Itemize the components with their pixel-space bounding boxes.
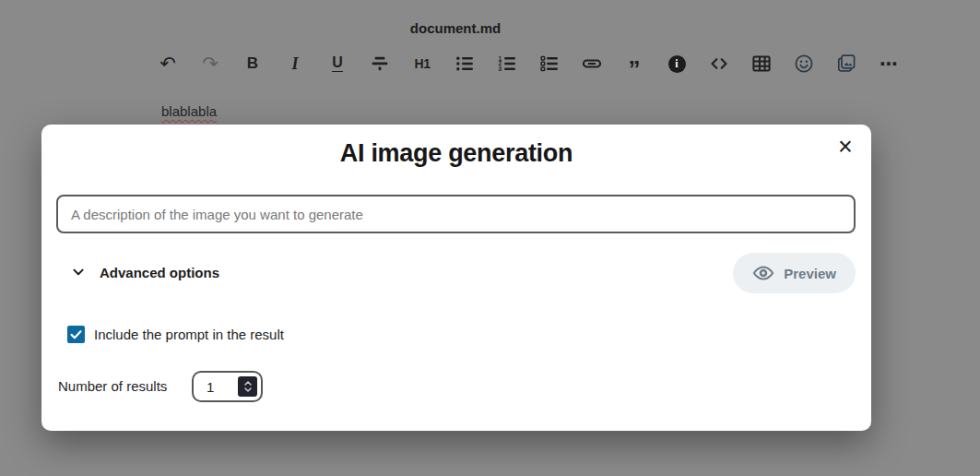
undo-button[interactable]: ↶ <box>155 51 181 77</box>
task-list-button[interactable] <box>537 51 562 77</box>
unordered-list-icon <box>454 53 476 75</box>
include-prompt-label: Include the prompt in the result <box>94 327 284 342</box>
redo-button[interactable]: ↷ <box>197 51 223 77</box>
italic-button[interactable]: I <box>282 51 308 77</box>
number-stepper[interactable] <box>238 376 257 397</box>
code-icon <box>708 53 730 75</box>
more-button[interactable]: ⋯ <box>876 51 902 77</box>
editor-toolbar: ↶ ↷ B I U H1 1 2 3 <box>155 51 902 77</box>
heading-1-button[interactable]: H1 <box>409 51 435 77</box>
prompt-input[interactable] <box>56 195 856 233</box>
document-filename: document.md <box>0 20 911 36</box>
include-prompt-checkbox[interactable] <box>67 326 85 343</box>
bold-icon: B <box>247 54 258 73</box>
task-list-icon <box>538 53 561 75</box>
code-button[interactable] <box>706 51 732 77</box>
link-button[interactable] <box>579 51 605 77</box>
strikethrough-button[interactable] <box>367 51 393 77</box>
link-icon <box>581 53 603 75</box>
preview-button[interactable]: Preview <box>733 253 856 293</box>
bold-button[interactable]: B <box>240 51 266 77</box>
chevron-down-icon <box>71 265 86 280</box>
blockquote-button[interactable]: ” <box>621 51 647 77</box>
insert-image-button[interactable] <box>833 51 859 77</box>
image-icon <box>835 53 857 75</box>
preview-button-label: Preview <box>784 266 836 281</box>
emoji-icon <box>793 53 815 75</box>
ordered-list-button[interactable]: 1 2 3 <box>494 51 520 77</box>
editor-content[interactable]: blablabla <box>161 103 217 119</box>
more-icon: ⋯ <box>880 53 898 75</box>
ai-image-generation-modal: × AI image generation Advanced options P… <box>41 125 871 431</box>
modal-title: AI image generation <box>41 139 871 168</box>
advanced-options-label: Advanced options <box>100 265 219 280</box>
include-prompt-row[interactable]: Include the prompt in the result <box>67 326 284 343</box>
redo-icon: ↷ <box>202 54 218 74</box>
underline-button[interactable]: U <box>325 51 350 77</box>
ordered-list-icon: 1 2 3 <box>496 53 518 75</box>
check-icon <box>67 326 85 343</box>
advanced-options-toggle[interactable]: Advanced options <box>71 260 219 284</box>
italic-icon: I <box>291 54 298 74</box>
table-icon <box>750 53 773 75</box>
strikethrough-icon <box>369 53 391 75</box>
unordered-list-button[interactable] <box>452 51 478 77</box>
stepper-arrows-icon <box>242 378 254 395</box>
underline-icon: U <box>332 55 343 72</box>
emoji-button[interactable] <box>791 51 817 77</box>
blockquote-icon: ” <box>629 57 641 81</box>
misspelled-word: blablabla <box>161 103 217 119</box>
info-icon: i <box>668 55 686 73</box>
svg-text:3: 3 <box>499 65 502 72</box>
info-button[interactable]: i <box>664 51 690 77</box>
table-button[interactable] <box>749 51 774 77</box>
undo-icon: ↶ <box>159 54 176 74</box>
heading-1-icon: H1 <box>415 56 431 71</box>
number-of-results-label: Number of results <box>58 371 167 402</box>
number-of-results-field <box>192 371 263 402</box>
eye-icon <box>752 262 774 284</box>
